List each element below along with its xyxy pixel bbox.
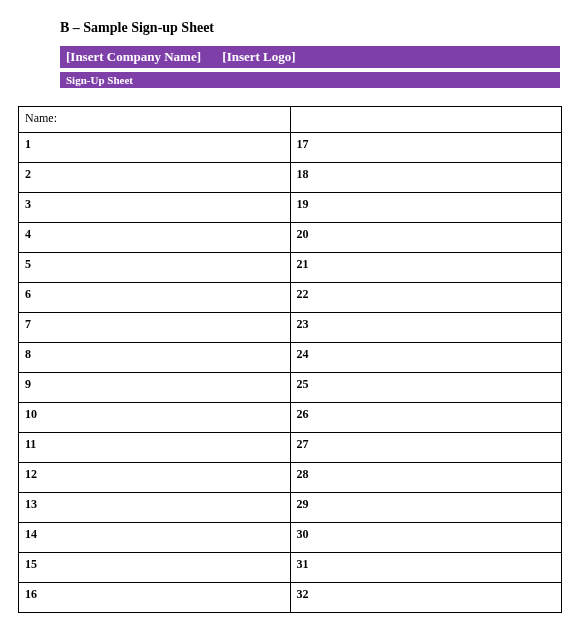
- row-number-left: 11: [19, 433, 291, 463]
- row-number-right: 31: [290, 553, 562, 583]
- table-row: 1430: [19, 523, 562, 553]
- row-number-right: 26: [290, 403, 562, 433]
- row-number-left: 16: [19, 583, 291, 613]
- row-number-left: 5: [19, 253, 291, 283]
- table-row: 1329: [19, 493, 562, 523]
- row-number-left: 13: [19, 493, 291, 523]
- table-row: 723: [19, 313, 562, 343]
- row-number-left: 14: [19, 523, 291, 553]
- table-row: 1228: [19, 463, 562, 493]
- row-number-right: 22: [290, 283, 562, 313]
- row-number-left: 7: [19, 313, 291, 343]
- row-number-left: 15: [19, 553, 291, 583]
- header-name-label: Name:: [19, 107, 291, 133]
- row-number-right: 18: [290, 163, 562, 193]
- row-number-left: 12: [19, 463, 291, 493]
- row-number-right: 32: [290, 583, 562, 613]
- table-row: 1531: [19, 553, 562, 583]
- row-number-right: 30: [290, 523, 562, 553]
- company-header-bar: [Insert Company Name] [Insert Logo]: [60, 46, 560, 68]
- table-row: 218: [19, 163, 562, 193]
- row-number-left: 2: [19, 163, 291, 193]
- row-number-right: 17: [290, 133, 562, 163]
- table-row: 420: [19, 223, 562, 253]
- logo-placeholder: [Insert Logo]: [222, 49, 295, 64]
- signup-table: Name: 1172183194205216227238249251026112…: [18, 106, 562, 613]
- row-number-right: 20: [290, 223, 562, 253]
- row-number-left: 4: [19, 223, 291, 253]
- table-row: 1632: [19, 583, 562, 613]
- row-number-right: 21: [290, 253, 562, 283]
- row-number-left: 1: [19, 133, 291, 163]
- document-title: B – Sample Sign-up Sheet: [60, 20, 562, 36]
- row-number-right: 25: [290, 373, 562, 403]
- header-empty: [290, 107, 562, 133]
- row-number-right: 29: [290, 493, 562, 523]
- table-row: 622: [19, 283, 562, 313]
- row-number-right: 27: [290, 433, 562, 463]
- table-header-row: Name:: [19, 107, 562, 133]
- row-number-right: 23: [290, 313, 562, 343]
- row-number-right: 28: [290, 463, 562, 493]
- row-number-right: 19: [290, 193, 562, 223]
- table-row: 521: [19, 253, 562, 283]
- company-name-placeholder: [Insert Company Name]: [66, 49, 201, 64]
- table-row: 117: [19, 133, 562, 163]
- row-number-right: 24: [290, 343, 562, 373]
- table-row: 1026: [19, 403, 562, 433]
- row-number-left: 6: [19, 283, 291, 313]
- table-row: 824: [19, 343, 562, 373]
- table-row: 319: [19, 193, 562, 223]
- row-number-left: 9: [19, 373, 291, 403]
- table-row: 925: [19, 373, 562, 403]
- row-number-left: 3: [19, 193, 291, 223]
- signup-sheet-bar: Sign-Up Sheet: [60, 72, 560, 88]
- table-row: 1127: [19, 433, 562, 463]
- row-number-left: 8: [19, 343, 291, 373]
- row-number-left: 10: [19, 403, 291, 433]
